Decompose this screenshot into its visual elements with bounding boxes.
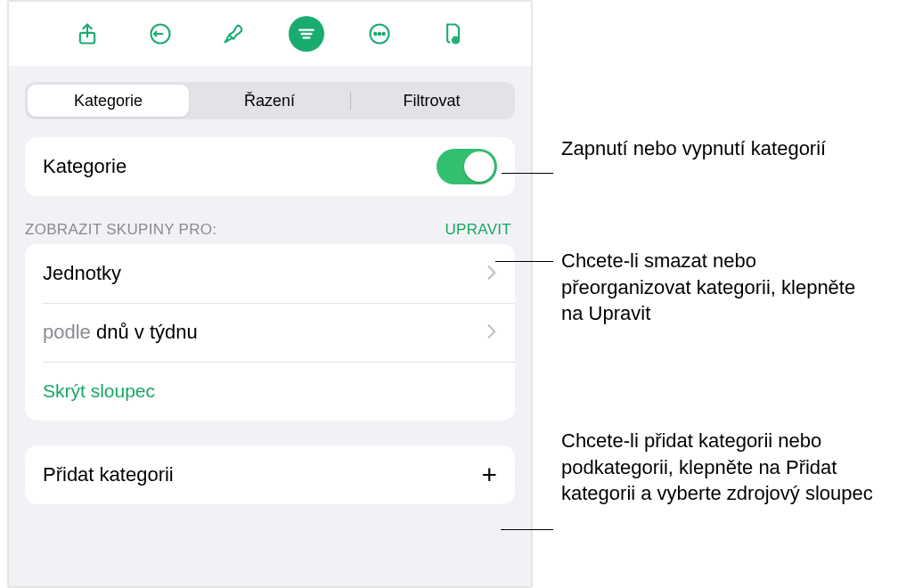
tab-sort[interactable]: Řazení bbox=[189, 85, 350, 117]
share-button[interactable] bbox=[69, 16, 105, 52]
toolbar bbox=[9, 2, 531, 66]
svg-point-8 bbox=[383, 33, 385, 35]
document-view-button[interactable] bbox=[435, 16, 470, 52]
category-toggle-label: Kategorie bbox=[43, 155, 437, 178]
category-toggle-card: Kategorie bbox=[25, 137, 515, 196]
more-button[interactable] bbox=[362, 16, 397, 52]
callout-edit: Chcete-li smazat nebo přeorganizovat kat… bbox=[561, 248, 873, 327]
hide-column-label: Skrýt sloupec bbox=[43, 380, 497, 402]
category-toggle-row: Kategorie bbox=[25, 137, 515, 196]
chevron-right-icon bbox=[486, 320, 497, 345]
format-brush-button[interactable] bbox=[216, 16, 251, 52]
add-category-label: Přidat kategorii bbox=[43, 463, 481, 486]
organize-button[interactable] bbox=[289, 16, 324, 52]
edit-button[interactable]: UPRAVIT bbox=[445, 221, 515, 239]
group-row-bydays[interactable]: podle dnů v týdnu bbox=[25, 303, 515, 362]
group-row-bydays-value: dnů v týdnu bbox=[96, 321, 198, 343]
tab-categories[interactable]: Kategorie bbox=[28, 85, 189, 117]
segmented-control: Kategorie Řazení Filtrovat bbox=[25, 82, 515, 119]
chevron-right-icon bbox=[486, 261, 497, 286]
group-row-bydays-label: podle dnů v týdnu bbox=[43, 321, 486, 344]
svg-point-6 bbox=[374, 33, 376, 35]
add-category-row[interactable]: Přidat kategorii + bbox=[25, 445, 515, 504]
inspector-panel: Kategorie Řazení Filtrovat Kategorie ZOB… bbox=[7, 0, 533, 588]
toggle-knob bbox=[464, 151, 494, 182]
leader-line bbox=[501, 529, 553, 530]
group-row-units[interactable]: Jednotky bbox=[25, 244, 515, 303]
add-category-card: Přidat kategorii + bbox=[25, 445, 515, 504]
groups-card: Jednotky podle dnů v týdnu Skrýt sloupec bbox=[25, 244, 515, 421]
groups-header-label: ZOBRAZIT SKUPINY PRO: bbox=[25, 221, 216, 239]
hide-column-row[interactable]: Skrýt sloupec bbox=[25, 362, 515, 421]
callout-add: Chcete-li přidat kategorii nebo podkateg… bbox=[561, 428, 891, 507]
callout-toggle: Zapnutí nebo vypnutí kategorií bbox=[561, 135, 855, 162]
group-row-bydays-prefix: podle bbox=[43, 321, 96, 343]
svg-point-10 bbox=[454, 39, 457, 42]
group-row-units-label: Jednotky bbox=[43, 262, 486, 285]
svg-point-7 bbox=[379, 33, 380, 35]
leader-line bbox=[502, 173, 553, 174]
groups-section-header: ZOBRAZIT SKUPINY PRO: UPRAVIT bbox=[25, 221, 515, 239]
category-toggle[interactable] bbox=[437, 149, 497, 184]
panel-body: Kategorie Řazení Filtrovat Kategorie ZOB… bbox=[9, 66, 531, 586]
tab-filter[interactable]: Filtrovat bbox=[351, 85, 512, 117]
plus-icon: + bbox=[481, 467, 497, 483]
undo-button[interactable] bbox=[143, 16, 178, 52]
leader-line bbox=[495, 261, 553, 262]
